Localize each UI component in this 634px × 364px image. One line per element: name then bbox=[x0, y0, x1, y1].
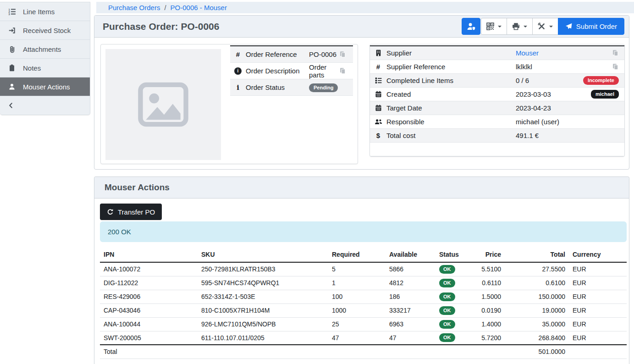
info-circle-icon: i bbox=[230, 67, 246, 75]
breadcrumb-separator: / bbox=[164, 4, 166, 11]
copy-icon[interactable] bbox=[612, 50, 619, 56]
status-badge-pending: Pending bbox=[309, 83, 338, 92]
sidebar-item-label: Received Stock bbox=[23, 27, 71, 34]
table-row: SWT-200005 611-110.107.011/0205 47 47 OK… bbox=[100, 331, 627, 345]
order-panel: Purchase Order: PO-0006 bbox=[94, 15, 629, 170]
detail-row-completed-line-items: Completed Line Items 0 / 6 Incomplete bbox=[370, 74, 624, 88]
status-badge-ok: OK bbox=[439, 292, 455, 301]
sidebar-item-label: Mouser Actions bbox=[23, 83, 70, 91]
sidebar-item-label: Notes bbox=[23, 64, 41, 72]
column-header-available: Available bbox=[386, 247, 436, 262]
supplier-link[interactable]: Mouser bbox=[516, 49, 539, 57]
table-row: DIG-112022 595-SN74HCS74QPWRQ1 1 4812 OK… bbox=[100, 276, 627, 290]
page: 1 2 3 Line Items Received Stock bbox=[0, 0, 634, 364]
sidebar-item-received-stock[interactable]: Received Stock bbox=[0, 21, 90, 40]
column-header-ipn: IPN bbox=[100, 247, 198, 262]
sidebar-item-mouser-actions[interactable]: Mouser Actions bbox=[0, 77, 90, 96]
table-row: ANA-100044 926-LMC7101QM5/NOPB 25 6963 O… bbox=[100, 317, 627, 331]
detail-row-responsible: Responsible michael (user) bbox=[370, 115, 624, 129]
clipboard-icon bbox=[7, 64, 17, 72]
order-panel-header: Purchase Order: PO-0006 bbox=[94, 16, 629, 38]
status-badge-ok: OK bbox=[439, 333, 455, 342]
admin-button[interactable] bbox=[462, 18, 480, 35]
supplier-details-card: Supplier Mouser # bbox=[369, 44, 625, 157]
refresh-icon bbox=[107, 209, 114, 215]
paper-plane-icon bbox=[565, 23, 572, 30]
status-badge-ok: OK bbox=[439, 265, 455, 274]
detail-row-empty bbox=[370, 143, 624, 156]
sidebar: 1 2 3 Line Items Received Stock bbox=[0, 2, 90, 115]
column-header-price: Price bbox=[477, 247, 505, 262]
column-header-total: Total bbox=[505, 247, 569, 262]
table-header-row: IPN SKU Required Available Status Price … bbox=[100, 247, 627, 262]
sidebar-item-line-items[interactable]: 1 2 3 Line Items bbox=[0, 2, 90, 21]
mouser-actions-panel: Mouser Actions Transfer PO 200 OK bbox=[94, 176, 629, 364]
sidebar-item-attachments[interactable]: Attachments bbox=[0, 40, 90, 59]
column-header-sku: SKU bbox=[198, 247, 328, 262]
table-footer-total: 501.0000 bbox=[505, 345, 569, 358]
sidebar-item-label: Line Items bbox=[23, 8, 55, 16]
tools-icon bbox=[538, 22, 546, 30]
barcode-actions-button[interactable] bbox=[481, 18, 507, 35]
user-shield-icon bbox=[467, 22, 475, 31]
info-icon: i bbox=[230, 83, 246, 92]
mouser-actions-header: Mouser Actions bbox=[94, 177, 629, 199]
order-details-card: # Order Reference PO-0006 bbox=[100, 44, 358, 164]
transfer-po-label: Transfer PO bbox=[118, 208, 155, 216]
detail-row-supplier: Supplier Mouser bbox=[370, 46, 624, 60]
table-row: RES-429006 652-3314Z-1-503E 100 186 OK 1… bbox=[100, 290, 627, 303]
detail-row-created: Created 2023-03-03 michael bbox=[370, 88, 624, 101]
breadcrumb-link-current[interactable]: PO-0006 - Mouser bbox=[171, 4, 227, 11]
caret-down-icon bbox=[498, 26, 502, 28]
detail-row-total-cost: $ Total cost 491.1 € bbox=[370, 129, 624, 143]
table-footer-row: Total 501.0000 bbox=[100, 345, 627, 358]
user-icon bbox=[7, 83, 17, 90]
calendar-icon bbox=[370, 91, 386, 98]
detail-row-target-date: Target Date 2023-04-23 bbox=[370, 101, 624, 115]
detail-row-order-status: i Order Status Pending bbox=[230, 79, 353, 96]
sign-in-icon bbox=[7, 27, 17, 34]
supplier-details-table: Supplier Mouser # bbox=[370, 45, 624, 156]
image-placeholder-icon bbox=[136, 78, 191, 131]
user-badge-michael: michael bbox=[591, 90, 619, 99]
status-badge-incomplete: Incomplete bbox=[583, 76, 619, 85]
table-footer-label: Total bbox=[100, 345, 198, 358]
detail-row-order-description: i Order Description Order parts bbox=[230, 63, 353, 79]
caret-down-icon bbox=[524, 26, 527, 28]
copy-icon[interactable] bbox=[612, 63, 619, 70]
copy-icon[interactable] bbox=[339, 67, 346, 74]
order-actions-button[interactable] bbox=[532, 18, 558, 35]
hashtag-icon: # bbox=[370, 63, 386, 71]
printer-icon bbox=[512, 22, 520, 30]
copy-icon[interactable] bbox=[339, 51, 346, 58]
sidebar-item-notes[interactable]: Notes bbox=[0, 59, 90, 77]
caret-down-icon bbox=[549, 26, 553, 28]
column-header-status: Status bbox=[436, 247, 477, 262]
sidebar-collapse-button[interactable] bbox=[0, 96, 90, 115]
order-toolbar: Submit Order bbox=[462, 18, 624, 35]
page-title: Purchase Order: PO-0006 bbox=[103, 21, 219, 32]
status-badge-ok: OK bbox=[439, 320, 455, 329]
qrcode-icon bbox=[486, 22, 494, 30]
detail-row-order-reference: # Order Reference PO-0006 bbox=[230, 46, 353, 63]
list-check-icon bbox=[370, 77, 386, 84]
users-icon bbox=[370, 118, 386, 125]
column-header-required: Required bbox=[328, 247, 386, 262]
hashtag-icon: # bbox=[230, 50, 246, 58]
breadcrumb: Purchase Orders / PO-0006 - Mouser bbox=[96, 2, 634, 13]
chevron-left-icon bbox=[8, 102, 14, 109]
detail-row-supplier-reference: # Supplier Reference lklklkl bbox=[370, 60, 624, 74]
submit-order-button[interactable]: Submit Order bbox=[558, 18, 624, 35]
transfer-po-button[interactable]: Transfer PO bbox=[100, 204, 162, 220]
submit-order-label: Submit Order bbox=[576, 22, 617, 30]
table-row: ANA-100072 250-72981KLRATR150B3 5 5866 O… bbox=[100, 262, 627, 276]
table-row: CAP-043046 810-C1005X7R1H104M 1000 33321… bbox=[100, 303, 627, 317]
print-actions-button[interactable] bbox=[507, 18, 533, 35]
status-badge-ok: OK bbox=[439, 279, 455, 287]
response-alert: 200 OK bbox=[100, 221, 627, 242]
breadcrumb-link-purchase-orders[interactable]: Purchase Orders bbox=[108, 4, 160, 11]
mouser-actions-title: Mouser Actions bbox=[105, 182, 170, 193]
status-badge-ok: OK bbox=[439, 306, 455, 315]
dollar-icon: $ bbox=[370, 132, 386, 139]
order-image-placeholder[interactable] bbox=[105, 49, 221, 160]
